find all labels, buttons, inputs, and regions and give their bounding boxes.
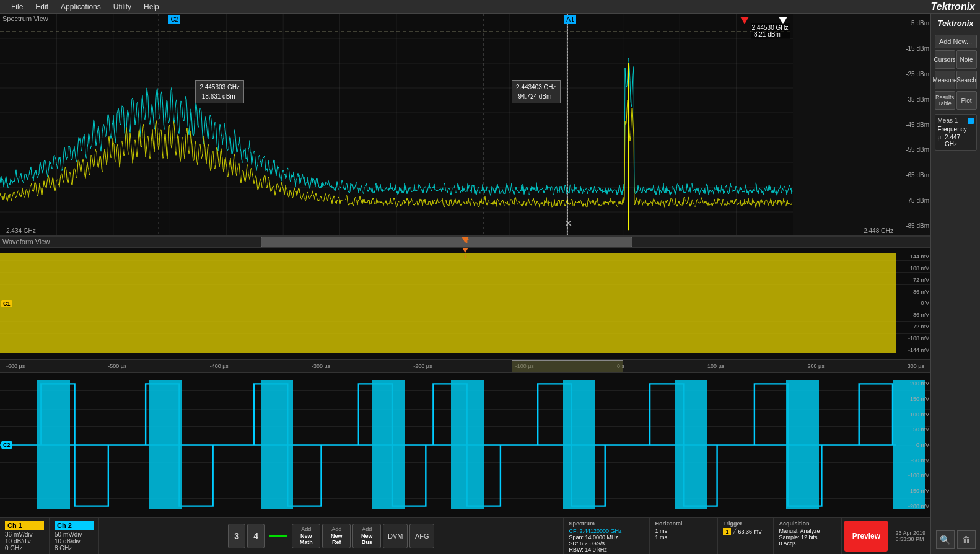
waveform-view-label: Waveform View: [2, 238, 50, 245]
ch2-pulse-7b: [675, 445, 707, 509]
ch1-y-3: 36 mV: [898, 289, 929, 295]
horiz-v1: 1 ms: [655, 528, 712, 534]
measure-btn[interactable]: Measure: [935, 71, 955, 89]
ch1-waveform-fill: [0, 253, 896, 353]
add-bus-btn[interactable]: Add New Bus: [352, 524, 381, 548]
ch1-badge: C1: [1, 300, 12, 307]
add-ref-btn[interactable]: Add New Ref: [322, 524, 351, 548]
ch1-y-5: -36 mV: [898, 312, 929, 318]
add-math-btn[interactable]: Add New Math: [292, 524, 320, 548]
plot-btn[interactable]: Plot: [956, 91, 977, 110]
ch2-y-1: 150 mV: [898, 396, 929, 402]
time-label-4: -200 µs: [413, 363, 432, 369]
ch2-pulse-8b: [786, 445, 819, 509]
menu-edit[interactable]: Edit: [29, 1, 55, 12]
cursors-btn[interactable]: Cursors: [935, 50, 955, 69]
spectrum-view-label: Spectrum View: [2, 15, 48, 22]
search-btn[interactable]: Search: [956, 71, 977, 89]
results-table-btn[interactable]: Results Table: [935, 91, 955, 110]
waveform-scrollbar[interactable]: T: [0, 237, 930, 248]
afg-btn[interactable]: AFG: [409, 524, 434, 548]
x-label-0: 2.434 GHz: [6, 227, 36, 234]
center-area: Spectrum View -5 dBm -15 dBm -25 dBm -35…: [0, 14, 930, 554]
right-panel: Tektronix Add New... Cursors Note Measur…: [930, 14, 980, 554]
cursor-r-freq: 2.44530 GHz: [752, 24, 789, 31]
btn-3[interactable]: 3: [228, 524, 245, 548]
add-bus-line3: Bus: [362, 539, 372, 546]
menubar: File Edit Applications Utility Help Tekt…: [0, 0, 980, 14]
y-label-5: -55 dBm: [901, 146, 929, 153]
meas1-type: Frequency: [938, 126, 974, 133]
cursor-a-badge: A: [564, 15, 572, 24]
menu-file[interactable]: File: [5, 1, 29, 12]
menu-utility[interactable]: Utility: [107, 1, 138, 12]
ch2-y-2: 100 mV: [898, 411, 929, 418]
ch1-y-2: 72 mV: [898, 277, 929, 283]
ch2-pulse-3: [261, 380, 294, 445]
add-ref-line3: Ref: [332, 539, 341, 546]
time-axis: -600 µs -500 µs -400 µs -300 µs -200 µs …: [0, 359, 930, 373]
main-layout: Spectrum View -5 dBm -15 dBm -25 dBm -35…: [0, 14, 980, 554]
preview-btn[interactable]: Preview: [844, 521, 888, 552]
toolbar-center: 3 4 Add New Math Add New Ref Add New Bus: [99, 518, 563, 554]
add-math-line2: New: [300, 533, 312, 540]
green-separator: [269, 535, 287, 537]
trigger-r-marker: [740, 17, 749, 24]
cursor-white-freq: 2.443403 GHz: [516, 82, 556, 92]
spectrum-x-axis: 2.434 GHz 2.448 GHz: [0, 227, 899, 234]
status-bar: Ch 1 36 mV/div 10 dB/div 0 GHz Ch 2 50 m…: [0, 517, 930, 554]
ch2-waveform-svg: [0, 373, 896, 517]
acq-sample: Sample: 12 bits: [779, 534, 836, 540]
add-ref-line2: New: [331, 533, 343, 540]
zoom-btn[interactable]: 🔍: [936, 530, 955, 549]
time-label-1: -500 µs: [108, 363, 126, 369]
ch2-v2: 10 dB/div: [55, 538, 94, 545]
menu-applications[interactable]: Applications: [55, 1, 107, 12]
ch2-y-labels: 200 mV 150 mV 100 mV 50 mV 0 mV -50 mV -…: [896, 373, 930, 517]
ch1-y-0: 144 mV: [898, 253, 929, 260]
meas1-mu-label: µ:: [938, 134, 943, 147]
ch2-pulse-3b: [261, 445, 294, 509]
cursor-c2-badge: C2: [168, 15, 180, 24]
ch2-y-0: 200 mV: [898, 380, 929, 387]
ch2-info: Ch 2 50 mV/div 10 dB/div 8 GHz: [50, 518, 99, 554]
time-label-2: -400 µs: [210, 363, 229, 369]
y-label-3: -35 dBm: [901, 96, 929, 103]
ch2-y-8: -200 mV: [898, 503, 929, 509]
y-label-0: -5 dBm: [901, 20, 929, 27]
acq-header: Acquisition: [779, 521, 836, 527]
spectrum-y-axis: -5 dBm -15 dBm -25 dBm -35 dBm -45 dBm -…: [899, 14, 930, 235]
ch1-v2: 10 dB/div: [5, 538, 44, 545]
ch2-y-5: -50 mV: [898, 457, 929, 464]
add-bus-line1: Add: [362, 526, 372, 533]
trigger-val: 63.36 mV: [738, 529, 762, 535]
top-btn-row: Cursors Note: [935, 50, 977, 69]
add-ref-line1: Add: [331, 526, 341, 533]
meas1-title-row: Meas 1: [938, 117, 974, 124]
scrollbar-thumb[interactable]: [261, 237, 633, 247]
delete-btn[interactable]: 🗑: [957, 530, 976, 549]
note-btn[interactable]: Note: [956, 50, 977, 69]
time-display: 8:53:38 PM: [895, 536, 925, 542]
ch1-y-7: -108 mV: [898, 335, 929, 341]
ch2-pulse-6: [563, 380, 596, 445]
menu-help[interactable]: Help: [138, 1, 165, 12]
waveform-view: Waveform View T: [0, 237, 930, 517]
ch1-v1: 36 mV/div: [5, 531, 44, 538]
meas1-value: 2.447 GHz: [945, 134, 973, 147]
btn-4[interactable]: 4: [247, 524, 265, 548]
trigger-r-triangle: [740, 17, 749, 24]
dvm-btn[interactable]: DVM: [383, 524, 408, 548]
spectrum-cf: CF: 2.44120000 GHz: [569, 528, 644, 534]
cursor-r-info: 2.44530 GHz -8.21 dBm: [751, 23, 790, 39]
ch2-y-3: 50 mV: [898, 426, 929, 433]
ch2-pulse-2: [149, 380, 182, 445]
ch2-pulse-5: [451, 380, 484, 445]
add-new-btn[interactable]: Add New...: [935, 35, 977, 48]
spectrum-sr: SR: 6.25 GS/s: [569, 540, 644, 547]
bot-btn-row: Results Table Plot: [935, 91, 977, 110]
date-display: 23 Apr 2019: [895, 530, 925, 536]
ch2-header: Ch 2: [55, 521, 94, 530]
ch1-header: Ch 1: [5, 521, 44, 530]
trigger-header: Trigger: [723, 521, 768, 527]
